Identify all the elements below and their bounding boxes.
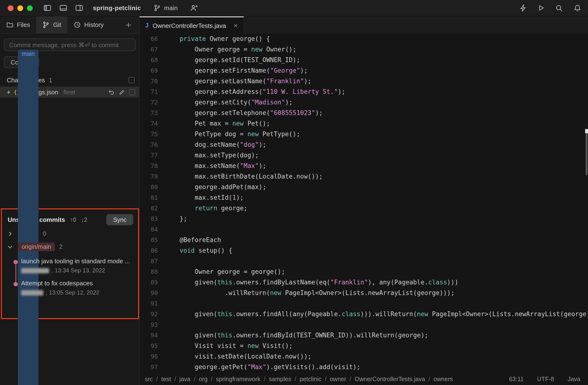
line-number[interactable]: 94 [140,330,165,341]
commit-item[interactable]: Attempt to fix codespaces , 13:05 Sep 12… [2,278,138,300]
code-line[interactable]: 86 void setup() { [140,245,588,256]
branch-widget[interactable]: main [153,4,178,12]
line-number[interactable]: 87 [140,256,165,267]
line-number[interactable]: 88 [140,267,165,277]
line-number[interactable]: 70 [140,76,165,87]
line-number[interactable]: 76 [140,140,165,150]
line-number[interactable]: 81 [140,192,165,203]
zoom-window-button[interactable] [27,5,33,11]
code-line[interactable]: 89 given(this.owners.findByLastName(eq("… [140,277,588,288]
code-line[interactable]: 94 given(this.owners.findById(TEST_OWNER… [140,330,588,341]
line-number[interactable]: 78 [140,161,165,171]
search-icon[interactable] [555,4,563,12]
line-number[interactable]: 91 [140,298,165,309]
code-line[interactable]: 75 PetType dog = new PetType(); [140,129,588,140]
caret-position[interactable]: 63:11 [509,376,524,382]
breadcrumb-item[interactable]: test [161,376,171,382]
line-number[interactable]: 93 [140,320,165,330]
code-line[interactable]: 80 george.addPet(max); [140,182,588,192]
code-line[interactable]: 84 [140,224,588,235]
collaborate-button[interactable] [190,4,198,12]
file-checkbox[interactable] [129,89,135,95]
line-number[interactable]: 69 [140,65,165,76]
line-number[interactable]: 89 [140,277,165,288]
code-line[interactable]: 81 max.setId(1); [140,192,588,203]
vertical-scrollbar-thumb[interactable] [586,129,588,175]
code-line[interactable]: 68 george.setId(TEST_OWNER_ID); [140,55,588,65]
line-number[interactable]: 71 [140,87,165,97]
line-number[interactable]: 80 [140,182,165,192]
line-number[interactable]: 97 [140,362,165,372]
breadcrumb-item[interactable]: src [145,376,153,382]
tab-files[interactable]: Files [0,16,36,33]
line-number[interactable]: 75 [140,129,165,140]
code-line[interactable]: 97 george.getPet("Max").getVisits().add(… [140,362,588,372]
sync-button[interactable]: Sync [106,214,133,225]
code-line[interactable]: 67 Owner george = new Owner(); [140,44,588,55]
code-line[interactable]: 88 Owner george = george(); [140,267,588,277]
code-line[interactable]: 70 george.setLastName("Franklin"); [140,76,588,87]
chevron-down-icon[interactable] [7,243,14,250]
panel-left-icon[interactable] [43,4,51,12]
line-number[interactable]: 95 [140,341,165,351]
line-number[interactable]: 83 [140,214,165,224]
line-number[interactable]: 73 [140,108,165,118]
line-number[interactable]: 67 [140,44,165,55]
code-line[interactable]: 73 george.setTelephone("6085551023"); [140,108,588,118]
code-line[interactable]: 69 george.setFirstName("George"); [140,65,588,76]
line-number[interactable]: 90 [140,288,165,298]
code-line[interactable]: 66 private Owner george() { [140,34,588,44]
code-line[interactable]: 95 Visit visit = new Visit(); [140,341,588,351]
line-number[interactable]: 82 [140,203,165,214]
code-line[interactable]: 76 dog.setName("dog"); [140,140,588,150]
line-number[interactable]: 77 [140,150,165,161]
code-line[interactable]: 71 george.setAddress("110 W. Liberty St.… [140,87,588,97]
minimize-window-button[interactable] [17,5,23,11]
line-number[interactable]: 79 [140,171,165,182]
notifications-bell-icon[interactable] [574,4,581,12]
line-number[interactable]: 66 [140,34,165,44]
line-number[interactable]: 85 [140,235,165,245]
code-line[interactable]: 90 .willReturn(new PageImpl<Owner>(Lists… [140,288,588,298]
code-line[interactable]: 85 @BeforeEach [140,235,588,245]
close-tab-icon[interactable]: × [234,22,237,29]
tab-history[interactable]: History [67,16,110,33]
code-line[interactable]: 92 given(this.owners.findAll(any(Pageabl… [140,309,588,320]
code-line[interactable]: 96 visit.setDate(LocalDate.now()); [140,351,588,362]
line-number[interactable]: 96 [140,351,165,362]
line-number[interactable]: 72 [140,97,165,108]
breadcrumb-item[interactable]: petclinic [299,376,321,382]
line-number[interactable]: 74 [140,118,165,129]
branch-row-main[interactable]: main 0 [2,227,138,240]
undo-icon[interactable] [108,88,115,96]
tab-git[interactable]: Git [36,16,67,33]
add-tool-tab-button[interactable] [118,16,139,33]
code-line[interactable]: 83 }; [140,214,588,224]
file-language[interactable]: Java [567,376,580,382]
code-line[interactable]: 78 max.setName("Max"); [140,161,588,171]
code-line[interactable]: 91 [140,298,588,309]
line-number[interactable]: 68 [140,55,165,65]
code-line[interactable]: 87 [140,256,588,267]
breadcrumb-item[interactable]: org [199,376,207,382]
breadcrumb-item[interactable]: java [179,376,190,382]
panel-bottom-icon[interactable] [59,4,67,12]
code-line[interactable]: 79 max.setBirthDate(LocalDate.now()); [140,171,588,182]
breadcrumb-item[interactable]: owners [434,376,453,382]
editor-tab-active[interactable]: J OwnerControllerTests.java × [140,16,244,34]
commit-message-input[interactable] [4,39,136,51]
chevron-right-icon[interactable] [7,230,14,237]
code-area[interactable]: 66 private Owner george() {67 Owner geor… [140,34,588,373]
line-number[interactable]: 92 [140,309,165,320]
code-line[interactable]: 77 max.setType(dog); [140,150,588,161]
breadcrumb-item[interactable]: samples [269,376,291,382]
close-window-button[interactable] [8,5,14,11]
breadcrumb-item[interactable]: owner [330,376,346,382]
code-line[interactable]: 93 [140,320,588,330]
code-line[interactable]: 82 return george; [140,203,588,214]
branch-badge-main[interactable]: main [18,49,39,385]
project-title[interactable]: spring-petclinic [93,4,141,12]
play-icon[interactable] [537,4,545,12]
file-encoding[interactable]: UTF-8 [537,376,554,382]
line-number[interactable]: 84 [140,224,165,235]
